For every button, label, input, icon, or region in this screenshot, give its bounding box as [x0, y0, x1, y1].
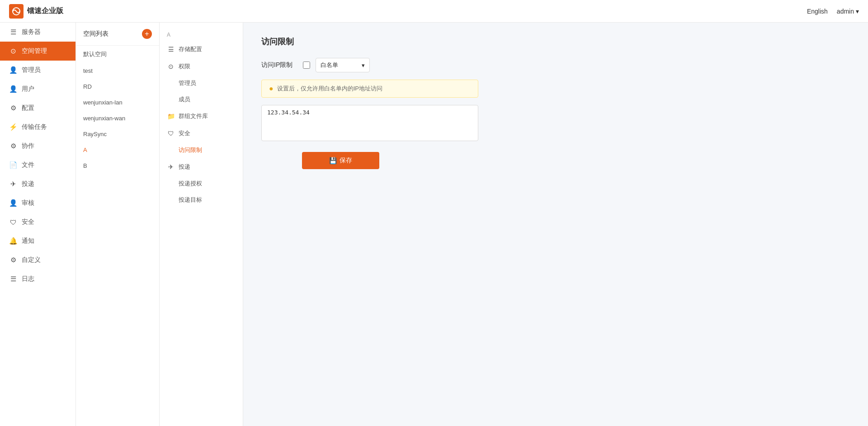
save-button[interactable]: 💾 保存	[302, 152, 379, 169]
layout: ☰ 服务器 ⊙ 空间管理 👤 管理员 👤 用户 ⚙ 配置 ⚡ 传输任务 ⚙ 协作…	[0, 23, 868, 426]
space-list-header: 空间列表 +	[76, 23, 159, 46]
chevron-down-icon: ▾	[856, 8, 859, 15]
sidebar-label-notify: 通知	[22, 237, 34, 245]
space-item-wenjunxian-lan[interactable]: wenjunxian-lan	[76, 95, 159, 110]
ip-limit-row: 访问IP限制 白名单 ▾	[261, 58, 850, 72]
sidebar-label-collab: 协作	[22, 142, 34, 150]
sidebar-label-space: 空间管理	[22, 47, 47, 55]
permission-icon: ⊙	[167, 63, 175, 70]
sidebar-label-transfer: 传输任务	[22, 123, 47, 131]
transfer-icon: ⚡	[9, 123, 17, 131]
menu-sub-item-access-limit[interactable]: 访问限制	[160, 142, 243, 158]
space-item-default[interactable]: 默认空间	[76, 46, 159, 63]
sidebar-label-deliver: 投递	[22, 180, 34, 188]
menu-security-icon: 🛡	[167, 130, 175, 137]
space-list-title: 空间列表	[83, 30, 108, 38]
space-item-b[interactable]: B	[76, 158, 159, 174]
logo-icon	[9, 4, 24, 19]
menu-sub-item-deliver-target[interactable]: 投递目标	[160, 192, 243, 208]
save-icon: 💾	[329, 157, 337, 164]
add-space-button[interactable]: +	[142, 29, 152, 39]
admin-menu[interactable]: admin ▾	[837, 8, 859, 15]
main-content: 访问限制 访问IP限制 白名单 ▾ ● 设置后，仅允许用白名单内的IP地址访问 …	[243, 23, 868, 426]
sidebar-item-config[interactable]: ⚙ 配置	[0, 99, 75, 118]
user-icon: 👤	[9, 85, 17, 93]
space-item-test[interactable]: test	[76, 63, 159, 79]
storage-icon: ☰	[167, 46, 175, 53]
sidebar-item-review[interactable]: 👤 审核	[0, 194, 75, 213]
review-icon: 👤	[9, 199, 17, 207]
deliver-icon: ✈	[9, 180, 17, 188]
page-title: 访问限制	[261, 36, 850, 47]
security-icon: 🛡	[9, 218, 17, 226]
select-value: 白名单	[321, 61, 338, 69]
sidebar-label-file: 文件	[22, 161, 34, 169]
sidebar-label-security: 安全	[22, 218, 34, 226]
space-item-rd[interactable]: RD	[76, 79, 159, 95]
menu-item-deliver[interactable]: ✈ 投递	[160, 158, 243, 175]
space-item-a[interactable]: A	[76, 142, 159, 158]
sidebar-item-log[interactable]: ☰ 日志	[0, 270, 75, 289]
header-right: English admin ▾	[807, 8, 859, 15]
select-chevron-icon: ▾	[362, 62, 365, 69]
space-list-panel: 空间列表 + 默认空间 test RD wenjunxian-lan wenju…	[76, 23, 160, 426]
ip-limit-checkbox[interactable]	[303, 62, 310, 69]
sidebar-item-custom[interactable]: ⚙ 自定义	[0, 251, 75, 270]
sidebar-item-space[interactable]: ⊙ 空间管理	[0, 42, 75, 61]
menu-sub-item-deliver-auth[interactable]: 投递授权	[160, 175, 243, 192]
admin-icon: 👤	[9, 66, 17, 74]
file-icon: 📄	[9, 161, 17, 169]
alert-box: ● 设置后，仅允许用白名单内的IP地址访问	[261, 80, 478, 98]
sidebar-item-notify[interactable]: 🔔 通知	[0, 232, 75, 251]
sidebar-item-file[interactable]: 📄 文件	[0, 156, 75, 175]
menu-label-group-lib: 群组文件库	[179, 112, 208, 120]
settings-menu-panel: A ☰ 存储配置 ⊙ 权限 管理员 成员 📁 群组文件库 🛡 安全 访问限制 ✈…	[160, 23, 243, 426]
sidebar-label-review: 审核	[22, 199, 34, 207]
alert-text: 设置后，仅允许用白名单内的IP地址访问	[277, 85, 382, 93]
menu-label-storage: 存储配置	[179, 45, 202, 53]
sidebar-item-user[interactable]: 👤 用户	[0, 80, 75, 99]
logo: 镭速企业版	[9, 4, 63, 19]
menu-item-storage[interactable]: ☰ 存储配置	[160, 41, 243, 58]
whitelist-select[interactable]: 白名单 ▾	[316, 58, 370, 72]
alert-icon: ●	[269, 85, 274, 93]
sidebar-item-deliver[interactable]: ✈ 投递	[0, 175, 75, 194]
logo-text: 镭速企业版	[27, 6, 63, 16]
menu-deliver-icon: ✈	[167, 163, 175, 170]
settings-section-title: A	[160, 27, 243, 41]
ip-textarea[interactable]: 123.34.54.34	[261, 105, 478, 141]
group-lib-icon: 📁	[167, 113, 175, 120]
server-icon: ☰	[9, 28, 17, 36]
custom-icon: ⚙	[9, 256, 17, 264]
sidebar-item-security[interactable]: 🛡 安全	[0, 213, 75, 232]
sidebar-item-collab[interactable]: ⚙ 协作	[0, 137, 75, 156]
menu-item-permission[interactable]: ⊙ 权限	[160, 58, 243, 75]
ip-limit-label: 访问IP限制	[261, 61, 297, 69]
sidebar-item-transfer[interactable]: ⚡ 传输任务	[0, 118, 75, 137]
sidebar-item-admin[interactable]: 👤 管理员	[0, 61, 75, 80]
sidebar-label-user: 用户	[22, 85, 34, 93]
sidebar-item-server[interactable]: ☰ 服务器	[0, 23, 75, 42]
sidebar-label-config: 配置	[22, 104, 34, 112]
menu-label-security: 安全	[179, 129, 190, 137]
menu-label-deliver: 投递	[179, 163, 190, 171]
space-item-wenjunxian-wan[interactable]: wenjunxian-wan	[76, 110, 159, 126]
save-label: 保存	[340, 156, 352, 165]
sidebar: ☰ 服务器 ⊙ 空间管理 👤 管理员 👤 用户 ⚙ 配置 ⚡ 传输任务 ⚙ 协作…	[0, 23, 76, 426]
menu-label-permission: 权限	[179, 62, 190, 71]
sidebar-label-admin: 管理员	[22, 66, 41, 74]
menu-item-group-lib[interactable]: 📁 群组文件库	[160, 108, 243, 125]
space-icon: ⊙	[9, 47, 17, 55]
notify-icon: 🔔	[9, 237, 17, 245]
config-icon: ⚙	[9, 104, 17, 112]
header: 镭速企业版 English admin ▾	[0, 0, 868, 23]
menu-sub-item-member[interactable]: 成员	[160, 91, 243, 108]
sidebar-label-log: 日志	[22, 275, 34, 283]
sidebar-label-server: 服务器	[22, 28, 41, 36]
language-button[interactable]: English	[807, 8, 828, 15]
admin-label: admin	[837, 8, 854, 15]
sidebar-label-custom: 自定义	[22, 256, 41, 264]
menu-sub-item-admin[interactable]: 管理员	[160, 75, 243, 91]
menu-item-security[interactable]: 🛡 安全	[160, 125, 243, 142]
space-item-raysync[interactable]: RaySync	[76, 126, 159, 142]
